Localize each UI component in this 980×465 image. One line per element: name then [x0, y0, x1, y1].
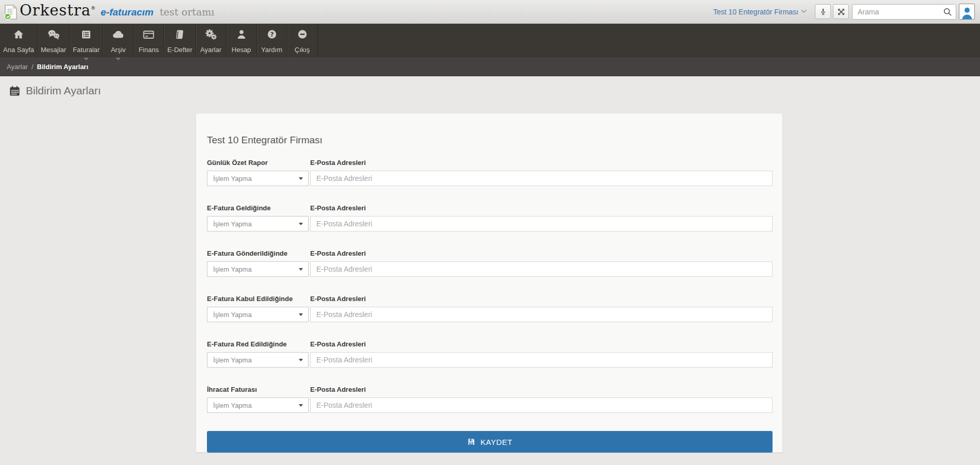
user-avatar-icon — [960, 6, 974, 19]
gears-icon — [204, 28, 218, 41]
user-icon — [235, 28, 248, 41]
select-caret-icon — [299, 223, 303, 225]
nav-item-finans[interactable]: Finans — [134, 24, 164, 57]
logout-icon — [296, 28, 309, 41]
islem-yapma-select[interactable]: İşlem Yapma — [207, 216, 309, 231]
email-addresses-input[interactable] — [310, 352, 773, 368]
save-button-label: KAYDET — [480, 438, 512, 446]
select-caret-icon — [299, 268, 303, 271]
nav-item-yardim[interactable]: ? Yardım — [257, 24, 287, 57]
environment-label: test ortamı — [159, 6, 214, 18]
email-column-label: E-Posta Adresleri — [310, 340, 773, 348]
company-heading: Test 10 Entegratör Firması — [207, 135, 773, 146]
row-label: E-Fatura Kabul Edildiğinde — [207, 295, 309, 303]
form-row-gunluk-ozet-rapor: Günlük Özet Rapor İşlem Yapma E-Posta Ad… — [207, 159, 773, 186]
help-icon: ? — [266, 28, 278, 41]
nav-item-e-defter[interactable]: E-Defter — [164, 24, 196, 57]
email-addresses-input[interactable] — [310, 307, 773, 322]
form-row-e-fatura-red-edildiginde: E-Fatura Red Edildiğinde İşlem Yapma E-P… — [207, 340, 773, 368]
select-caret-icon — [299, 313, 303, 316]
breadcrumb-ayarlar[interactable]: Ayarlar — [7, 63, 28, 71]
search-box — [852, 4, 956, 20]
dropdown-caret-icon — [116, 58, 121, 60]
islem-yapma-select[interactable]: İşlem Yapma — [207, 171, 309, 186]
ledger-book-icon — [173, 28, 186, 41]
islem-yapma-select[interactable]: İşlem Yapma — [207, 397, 309, 413]
nav-item-cikis[interactable]: Çıkış — [287, 24, 318, 57]
company-selector[interactable]: Test 10 Entegratör Firması — [713, 8, 806, 16]
select-caret-icon — [299, 404, 303, 407]
messages-icon — [47, 28, 60, 41]
search-icon[interactable] — [942, 7, 953, 17]
breadcrumb: Ayarlar / Bildirim Ayarları — [0, 57, 980, 76]
nav-item-ayarlar[interactable]: Ayarlar — [196, 24, 227, 57]
select-caret-icon — [299, 359, 303, 361]
row-label: E-Fatura Gönderildiğinde — [207, 250, 309, 258]
home-icon — [12, 28, 25, 41]
islem-yapma-select[interactable]: İşlem Yapma — [207, 352, 309, 368]
company-selector-label: Test 10 Entegratör Firması — [713, 8, 798, 16]
email-column-label: E-Posta Adresleri — [310, 204, 773, 212]
email-addresses-input[interactable] — [310, 216, 773, 231]
form-row-e-fatura-geldiginde: E-Fatura Geldiğinde İşlem Yapma E-Posta … — [207, 204, 773, 231]
user-avatar[interactable] — [959, 4, 975, 20]
save-button[interactable]: KAYDET — [207, 431, 773, 453]
email-column-label: E-Posta Adresleri — [310, 250, 773, 258]
nav-item-mesajlar[interactable]: Mesajlar — [38, 24, 70, 57]
row-label: İhracat Faturası — [207, 386, 309, 394]
email-addresses-input[interactable] — [310, 261, 773, 277]
invoices-icon — [80, 28, 92, 41]
top-header: Orkestra® e-faturacım test ortamı Test 1… — [0, 0, 980, 24]
row-label: E-Fatura Geldiğinde — [207, 204, 309, 212]
nav-item-faturalar[interactable]: Faturalar — [70, 24, 103, 57]
nav-item-hesap[interactable]: Hesap — [227, 24, 257, 57]
form-row-e-fatura-gonderildiginde: E-Fatura Gönderildiğinde İşlem Yapma E-P… — [207, 250, 773, 277]
product-name: e-faturacım — [101, 7, 153, 18]
form-row-e-fatura-kabul-edildiginde: E-Fatura Kabul Edildiğinde İşlem Yapma E… — [207, 295, 773, 322]
breadcrumb-current: Bildirim Ayarları — [37, 63, 88, 71]
islem-yapma-select[interactable]: İşlem Yapma — [207, 307, 309, 322]
nav-item-arsiv[interactable]: Arşiv — [103, 24, 134, 57]
credit-card-icon — [142, 28, 155, 41]
nav-item-ana-sayfa[interactable]: Ana Sayfa — [0, 24, 38, 57]
email-addresses-input[interactable] — [310, 171, 773, 186]
row-label: Günlük Özet Rapor — [207, 159, 309, 167]
header-tools: Test 10 Entegratör Firması — [713, 4, 975, 20]
fullscreen-expand-icon — [837, 7, 846, 16]
email-column-label: E-Posta Adresleri — [310, 386, 773, 394]
main-nav: Ana Sayfa Mesajlar Faturalar A — [0, 24, 980, 57]
svg-text:?: ? — [270, 31, 274, 38]
registered-mark: ® — [91, 6, 96, 11]
calendar-icon — [9, 85, 21, 97]
app-logo[interactable]: Orkestra® e-faturacım test ortamı — [4, 3, 214, 21]
dropdown-caret-icon — [84, 58, 89, 60]
form-row-ihracat-faturasi: İhracat Faturası İşlem Yapma E-Posta Adr… — [207, 386, 773, 413]
document-logo-icon — [4, 5, 18, 22]
page-title-text: Bildirim Ayarları — [26, 85, 101, 97]
archive-cloud-icon — [111, 28, 125, 41]
notification-settings-card: Test 10 Entegratör Firması Günlük Özet R… — [196, 113, 783, 453]
email-column-label: E-Posta Adresleri — [310, 159, 773, 167]
page-title: Bildirim Ayarları — [9, 85, 980, 97]
select-caret-icon — [299, 177, 303, 180]
fullscreen-button[interactable] — [833, 4, 849, 19]
save-floppy-icon — [467, 438, 475, 446]
microphone-icon — [818, 7, 828, 16]
row-label: E-Fatura Red Edildiğinde — [207, 340, 309, 348]
breadcrumb-separator: / — [31, 63, 34, 71]
email-column-label: E-Posta Adresleri — [310, 295, 773, 303]
brand-name: Orkestra® — [20, 3, 96, 18]
email-addresses-input[interactable] — [310, 397, 773, 413]
search-input[interactable] — [858, 8, 942, 16]
microphone-button[interactable] — [815, 4, 831, 19]
islem-yapma-select[interactable]: İşlem Yapma — [207, 261, 309, 277]
chevron-down-icon — [801, 8, 807, 13]
